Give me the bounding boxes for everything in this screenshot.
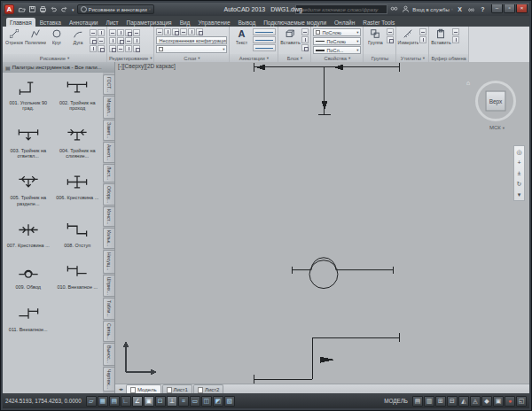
quickview-drawings-icon[interactable]: ⊟	[447, 396, 458, 407]
panel-label-block[interactable]: Блок	[287, 56, 299, 61]
trim-button[interactable]	[109, 37, 116, 44]
autocad-logo-icon[interactable]: A	[4, 4, 14, 14]
palette-group-tab[interactable]: Чертеж...	[103, 367, 114, 392]
palette-tool-item[interactable]: 003. Тройник на ответвл...	[4, 128, 53, 159]
palette-group-tab[interactable]: Вынос...	[103, 343, 114, 366]
search-input[interactable]	[298, 7, 385, 12]
ribbon-tab[interactable]: Вывод	[235, 18, 260, 27]
table-button[interactable]	[253, 44, 276, 51]
rotate-button[interactable]	[125, 29, 132, 36]
text-button[interactable]: А Текст	[231, 28, 251, 45]
qat-caret-icon[interactable]: ▾	[72, 7, 74, 12]
hatch-button[interactable]	[90, 37, 97, 44]
circle-button[interactable]: Круг	[47, 28, 66, 45]
palette-tool-item[interactable]: 002. Тройник на проход	[53, 80, 103, 112]
panel-label-layers[interactable]: Слои	[184, 56, 196, 61]
move-button[interactable]	[109, 29, 116, 36]
layer-lock-button[interactable]	[188, 28, 195, 35]
quick-calc-button[interactable]	[419, 36, 426, 43]
explode-button[interactable]	[125, 45, 132, 52]
orbit-icon[interactable]: ↻	[514, 179, 524, 189]
offset-button[interactable]	[133, 45, 140, 52]
palette-group-tab[interactable]: Кальк...	[103, 228, 114, 249]
layer-state-dropdown[interactable]: Несохраненная конфигурация сло ▾	[156, 36, 227, 44]
ungroup-button[interactable]	[387, 28, 394, 35]
quickprops-icon[interactable]: ▧	[224, 396, 235, 407]
palette-tool-item[interactable]: 001. Угольник 90 град.	[4, 80, 53, 112]
close-button[interactable]: ×	[516, 4, 528, 13]
polar-icon[interactable]: ∠	[132, 396, 143, 407]
panel-label-annotation[interactable]: Аннотации	[239, 56, 265, 61]
measure-button[interactable]: Измерить	[398, 28, 418, 45]
spline-button[interactable]	[98, 37, 105, 44]
viewport-controls[interactable]: [-][Сверху][2D каркас]	[118, 63, 176, 69]
viewcube-top-face[interactable]: Верх	[486, 91, 506, 112]
panel-label-properties[interactable]: Свойства	[325, 56, 347, 61]
insert-block-button[interactable]: Вставить	[280, 28, 300, 45]
annotation-auto-icon[interactable]: ◬	[470, 396, 481, 407]
copy-button[interactable]	[117, 29, 124, 36]
layer-isolate-button[interactable]	[172, 28, 179, 35]
palette-group-tab[interactable]: Несущ...	[103, 250, 114, 273]
layout-icon[interactable]: ▥	[424, 396, 434, 407]
hardware-accel-icon[interactable]: ●	[505, 396, 515, 407]
panel-label-clipboard[interactable]: Буфер обмена	[431, 56, 466, 61]
layout-tab[interactable]: Лист1	[162, 384, 192, 393]
layer-properties-button[interactable]	[156, 28, 163, 35]
ortho-icon[interactable]: ∟	[121, 396, 131, 407]
undo-icon[interactable]	[49, 4, 59, 14]
palette-tool-item[interactable]: 009. Обвод	[4, 264, 53, 290]
model-space-icon[interactable]: ▤	[412, 396, 423, 407]
polyline-button[interactable]: Полилиния	[26, 28, 45, 45]
help-icon[interactable]: ?	[478, 4, 488, 14]
ducs-icon[interactable]: ≡	[178, 396, 189, 407]
ribbon-tab[interactable]: Главная	[6, 18, 35, 27]
palette-group-tab[interactable]: Лист...	[103, 164, 114, 182]
region-button[interactable]	[98, 45, 105, 52]
ribbon-tab[interactable]: Вставка	[36, 18, 65, 27]
cut-button[interactable]	[452, 36, 459, 43]
workspace-switch-icon[interactable]: ◆	[481, 396, 492, 407]
pan-icon[interactable]: +	[514, 158, 524, 167]
panel-label-draw[interactable]: Рисование	[40, 56, 66, 61]
palette-group-tab[interactable]: Обору...	[103, 183, 114, 206]
palette-group-tab[interactable]: Конст...	[103, 206, 114, 227]
linetype-dropdown[interactable]: ПоСлою ▾	[313, 37, 361, 45]
palette-tool-item[interactable]: 011. Внезапное...	[4, 306, 53, 332]
erase-button[interactable]	[117, 45, 124, 52]
group-edit-button[interactable]	[387, 36, 394, 43]
arc-button[interactable]: Дуга	[68, 28, 88, 45]
copy-clip-button[interactable]	[452, 28, 459, 35]
mirror-button[interactable]	[133, 29, 140, 36]
edit-attributes-button[interactable]	[301, 44, 309, 51]
layer-match-button[interactable]	[196, 28, 203, 35]
drawing-canvas[interactable]: [-][Сверху][2D каркас]	[115, 62, 529, 384]
otrack-icon[interactable]: ⊥	[167, 396, 177, 407]
fillet-button[interactable]	[117, 37, 124, 44]
panel-label-modify[interactable]: Редактирование	[109, 56, 148, 61]
ribbon-tab[interactable]: Аннотации	[66, 18, 102, 27]
osnap-icon[interactable]: ▣	[144, 396, 154, 407]
dyn-icon[interactable]: ▭	[190, 396, 200, 407]
layout-nav-buttons[interactable]: ◂▸	[117, 384, 125, 393]
minimize-button[interactable]: –	[491, 4, 503, 13]
exchange-apps-icon[interactable]: X	[455, 4, 465, 14]
palette-tool-item[interactable]: 004. Тройник на слияние...	[53, 128, 103, 159]
palette-tool-item[interactable]: 008. Отступ	[53, 222, 103, 248]
dimension-button[interactable]	[253, 28, 276, 35]
line-button[interactable]: Отрезок	[4, 28, 24, 45]
color-dropdown[interactable]: ПоСлою ▾	[313, 28, 361, 36]
ribbon-tab[interactable]: Подключаемые модули	[260, 18, 330, 27]
layer-freeze-button[interactable]	[180, 28, 187, 35]
ribbon-tab[interactable]: Онлайн	[331, 18, 358, 27]
paste-button[interactable]: Вставить	[431, 28, 450, 45]
snap-icon[interactable]: ▦	[98, 396, 108, 407]
palette-tool-item[interactable]: 005. Тройник на разделе...	[4, 174, 53, 206]
viewcube[interactable]: ⌂ Верх МСК ▾	[474, 80, 517, 122]
open-icon[interactable]	[17, 4, 27, 14]
palette-group-tab[interactable]: Связь...	[103, 321, 114, 343]
quick-select-button[interactable]	[419, 28, 426, 35]
lineweight-dropdown[interactable]: ПоСл... ▾	[313, 46, 361, 54]
layout-tab[interactable]: Модель	[126, 384, 161, 393]
rectangle-button[interactable]	[90, 29, 97, 36]
